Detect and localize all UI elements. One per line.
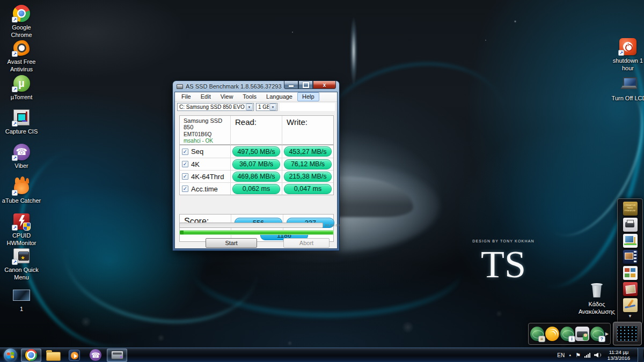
network-signal-icon[interactable] bbox=[584, 352, 590, 358]
start-button[interactable] bbox=[4, 349, 17, 362]
taskbar-as-ssd-button[interactable] bbox=[107, 349, 127, 362]
test-size-combobox[interactable]: 1 GB ▼ bbox=[256, 103, 277, 111]
window-client-area: File Edit View Tools Language Help C: Sa… bbox=[174, 92, 338, 249]
taskbar: ☎ EN ▲ ⚑ 11:24 μμ 13/3/2016 bbox=[0, 348, 644, 362]
canon-dock-horizontal: ≡ i ? ▶ bbox=[528, 323, 611, 345]
image-thumbnail-icon bbox=[13, 290, 30, 301]
tray-time: 11:24 μμ bbox=[605, 349, 633, 355]
desktop-icon-avast[interactable]: ↗ Avast Free Antivirus bbox=[1, 39, 42, 73]
show-desktop-button[interactable] bbox=[638, 348, 643, 362]
media-player-icon bbox=[69, 350, 80, 361]
drawing-tools-icon[interactable] bbox=[623, 298, 638, 312]
film-strip-icon[interactable] bbox=[623, 250, 638, 264]
dock-expand-down-icon[interactable]: ▼ bbox=[628, 314, 632, 319]
web-info-icon[interactable]: i bbox=[560, 327, 574, 341]
windows-flag-icon bbox=[7, 352, 14, 358]
taskbar-chrome-button[interactable] bbox=[21, 349, 41, 362]
elapsed-timer: 00:00:00 bbox=[325, 224, 340, 227]
web-help-icon[interactable]: ? bbox=[590, 327, 604, 341]
benchmark-results-panel: ✓Seq 497,50 MB/s 453,27 MB/s ✓4K 36,07 M… bbox=[179, 145, 334, 195]
viber-icon: ☎ bbox=[90, 349, 101, 361]
acctime-read-value: 0,062 ms bbox=[232, 184, 280, 194]
menu-language[interactable]: Language bbox=[261, 92, 297, 101]
system-tray: EN ▲ ⚑ 11:24 μμ 13/3/2016 bbox=[557, 348, 644, 362]
menu-help[interactable]: Help bbox=[297, 92, 319, 101]
desktop-icon-google-chrome[interactable]: ↗ Google Chrome bbox=[1, 4, 42, 39]
abort-button: Abort bbox=[283, 238, 330, 248]
menu-edit[interactable]: Edit bbox=[196, 92, 216, 101]
laptop-icon bbox=[620, 77, 638, 91]
checkbox-4k64[interactable]: ✓ bbox=[182, 173, 188, 180]
web-manual-icon[interactable]: ≡ bbox=[530, 327, 544, 341]
desktop-icon-turn-off-lcd[interactable]: Turn Off LCD bbox=[609, 75, 644, 102]
menu-file[interactable]: File bbox=[177, 92, 196, 101]
wallpaper-ts-logo: TS bbox=[466, 242, 541, 287]
benchmark-row-4k64thrd: ✓4K-64Thrd 469,86 MB/s 215,38 MB/s bbox=[180, 170, 333, 182]
drive-model: Samsung SSD 850 bbox=[184, 117, 230, 130]
printer-support-icon[interactable] bbox=[575, 327, 589, 341]
wifi-setup-icon[interactable] bbox=[545, 327, 559, 341]
desktop-icon-cpuid-hwmonitor[interactable]: ↗ CPUID HWMonitor bbox=[1, 212, 42, 247]
progress-bar bbox=[179, 223, 323, 228]
start-button[interactable]: Start bbox=[206, 238, 257, 248]
shortcut-arrow-icon: ↗ bbox=[12, 259, 18, 265]
row-label: Acc.time bbox=[191, 185, 218, 193]
menu-tools[interactable]: Tools bbox=[238, 92, 261, 101]
volume-icon[interactable] bbox=[594, 352, 601, 358]
tray-clock[interactable]: 11:24 μμ 13/3/2016 bbox=[605, 349, 633, 361]
creative-park-premium-icon[interactable]: CREATIVE PARK PREMIUM bbox=[623, 202, 638, 216]
acctime-write-value: 0,047 ms bbox=[284, 184, 332, 194]
star-icon: ★ bbox=[20, 255, 25, 261]
language-indicator[interactable]: EN bbox=[557, 352, 565, 358]
as-ssd-benchmark-window: AS SSD Benchmark 1.8.5636.37293 x File E… bbox=[173, 81, 339, 250]
taskbar-explorer-button[interactable] bbox=[42, 349, 63, 362]
desktop-icon-file-1[interactable]: 1 bbox=[1, 286, 42, 313]
4k64-write-value: 215,38 MB/s bbox=[284, 172, 332, 182]
4k-write-value: 76,12 MB/s bbox=[284, 159, 332, 169]
drive-select-combobox[interactable]: C: Samsung SSD 850 EVO 250GB ATA D ▼ bbox=[177, 103, 254, 111]
desktop-icon-recycle-bin[interactable]: Κάδος Ανακύκλωσης bbox=[570, 281, 624, 316]
benchmark-row-seq: ✓Seq 497,50 MB/s 453,27 MB/s bbox=[180, 145, 333, 158]
checkbox-acctime[interactable]: ✓ bbox=[182, 186, 188, 192]
close-button[interactable]: x bbox=[313, 81, 336, 89]
chrome-icon bbox=[25, 349, 37, 361]
shortcut-arrow-icon: ↗ bbox=[12, 155, 18, 161]
red-album-icon[interactable] bbox=[623, 282, 638, 296]
desktop-icon-utorrent[interactable]: µ↗ µTorrent bbox=[1, 74, 42, 101]
shortcut-arrow-icon: ↗ bbox=[12, 190, 18, 196]
drive-icon bbox=[177, 84, 183, 89]
minimize-button[interactable] bbox=[284, 81, 298, 89]
toolbar-blank-field bbox=[280, 103, 335, 111]
checkbox-seq[interactable]: ✓ bbox=[182, 149, 188, 155]
4k64-read-value: 469,86 MB/s bbox=[232, 172, 280, 182]
4k-read-value: 36,07 MB/s bbox=[232, 159, 280, 169]
action-center-flag-icon[interactable]: ⚑ bbox=[575, 352, 581, 358]
maximize-button[interactable] bbox=[298, 81, 313, 89]
photo-print-icon[interactable] bbox=[623, 234, 638, 248]
canon-quick-menu-keypad-button[interactable] bbox=[613, 322, 642, 345]
show-hidden-icons-arrow-icon[interactable]: ▲ bbox=[568, 353, 572, 357]
checkbox-4k[interactable]: ✓ bbox=[182, 161, 188, 167]
row-label: 4K bbox=[191, 160, 200, 168]
seq-read-value: 497,50 MB/s bbox=[232, 146, 280, 157]
row-label: Seq bbox=[191, 147, 203, 156]
shortcut-arrow-icon: ↗ bbox=[618, 50, 624, 56]
shortcut-arrow-icon: ↗ bbox=[12, 225, 18, 231]
desktop-icon-shutdown-1-hour[interactable]: ↗ shutdown 1 hour bbox=[608, 38, 644, 72]
desktop-icon-atube-catcher[interactable]: ↗ aTube Catcher bbox=[1, 178, 42, 205]
taskbar-viber-button[interactable]: ☎ bbox=[85, 349, 106, 362]
taskbar-media-player-button[interactable] bbox=[64, 349, 84, 362]
dock-expand-right-icon[interactable]: ▶ bbox=[605, 332, 609, 336]
driver-status: msahci - OK bbox=[184, 138, 230, 144]
drive-info-panel: Samsung SSD 850 EMT01B6Q msahci - OK 102… bbox=[179, 115, 334, 145]
printer-icon[interactable] bbox=[623, 218, 638, 232]
shortcut-arrow-icon: ↗ bbox=[12, 51, 18, 57]
info-icon: i bbox=[568, 336, 575, 342]
desktop-screen: DESIGN BY TONY KOKHAN TS ↗ Google Chrome… bbox=[0, 0, 644, 362]
desktop-icon-canon-quick-menu[interactable]: ★↗ Canon Quick Menu bbox=[1, 247, 42, 282]
collage-icon[interactable] bbox=[623, 266, 638, 280]
shortcut-arrow-icon: ↗ bbox=[12, 17, 18, 23]
desktop-icon-capture-cis[interactable]: ↗ Capture CIS bbox=[1, 108, 42, 136]
menu-view[interactable]: View bbox=[216, 92, 238, 101]
desktop-icon-viber[interactable]: ☎↗ Viber bbox=[1, 143, 42, 170]
